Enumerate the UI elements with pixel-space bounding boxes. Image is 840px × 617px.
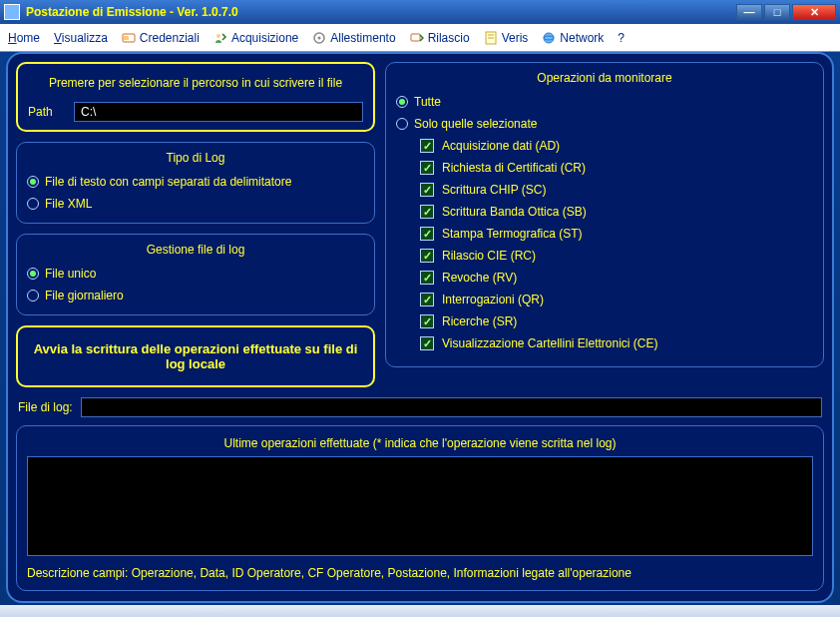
acquisition-icon [213,31,227,45]
file-log-input[interactable] [81,397,822,417]
monitor-check-2[interactable]: Scrittura CHIP (SC) [396,179,813,201]
monitor-check-8[interactable]: Ricerche (SR) [396,310,813,332]
last-ops-list[interactable] [27,456,813,556]
monitor-check-1[interactable]: Richiesta di Certificati (CR) [396,157,813,179]
titlebar: Postazione di Emissione - Ver. 1.0.7.0 ―… [0,0,840,24]
menu-home[interactable]: Home [8,31,40,45]
monitor-title: Operazioni da monitorare [396,71,813,85]
radio-log-xml[interactable]: File XML [27,193,364,215]
monitor-check-7[interactable]: Interrogazioni (QR) [396,289,813,310]
radio-file-daily[interactable]: File giornaliero [27,285,364,307]
radio-label: File unico [45,267,96,281]
checkbox-icon [420,139,434,153]
checkbox-icon [420,205,434,219]
statusbar [0,605,840,617]
checkbox-label: Acquisizione dati (AD) [442,139,560,153]
path-input[interactable] [74,102,363,122]
app-window: Postazione di Emissione - Ver. 1.0.7.0 ―… [0,0,840,617]
log-mgmt-title: Gestione file di log [27,243,364,257]
menu-acquisizione[interactable]: Acquisizione [213,31,298,45]
minimize-button[interactable]: ― [736,4,762,20]
checkbox-icon [420,293,434,307]
menubar: Home Visualizza Credenziali Acquisizione… [0,24,840,52]
svg-rect-5 [411,34,420,41]
monitor-check-3[interactable]: Scrittura Banda Ottica (SB) [396,201,813,223]
checkbox-icon [420,271,434,285]
window-title: Postazione di Emissione - Ver. 1.0.7.0 [26,5,238,19]
file-log-row: File di log: [18,397,822,417]
svg-point-2 [216,34,220,38]
checkbox-label: Revoche (RV) [442,271,517,285]
close-button[interactable]: ✕ [792,4,836,20]
menu-credenziali[interactable]: Credenziali [122,31,200,45]
checkbox-icon [420,249,434,263]
svg-rect-1 [124,36,129,40]
checkbox-icon [420,314,434,328]
veris-icon [484,31,498,45]
menu-veris[interactable]: Veris [484,31,529,45]
checkbox-label: Scrittura Banda Ottica (SB) [442,205,587,219]
svg-point-9 [544,33,554,43]
radio-label: File giornaliero [45,289,124,303]
checkbox-label: Scrittura CHIP (SC) [442,183,546,197]
file-log-label: File di log: [18,400,73,414]
checkbox-icon [420,183,434,197]
monitor-check-6[interactable]: Revoche (RV) [396,267,813,289]
menu-network[interactable]: Network [542,31,604,45]
radio-label: Tutte [414,95,441,109]
menu-visualizza[interactable]: Visualizza [54,31,108,45]
menu-allestimento[interactable]: Allestimento [312,31,395,45]
menu-help[interactable]: ? [618,31,625,45]
maximize-button[interactable]: □ [764,4,790,20]
checkbox-icon [420,161,434,175]
client-area: Premere per selezionare il percorso in c… [6,52,834,603]
log-mgmt-panel: Gestione file di log File unico File gio… [16,234,375,315]
radio-icon [396,96,408,108]
radio-icon [27,268,39,280]
path-label: Path [28,105,66,119]
radio-icon [27,198,39,210]
checkbox-icon [420,227,434,241]
radio-label: File di testo con campi separati da deli… [45,175,291,189]
monitor-check-4[interactable]: Stampa Termografica (ST) [396,223,813,245]
log-type-panel: Tipo di Log File di testo con campi sepa… [16,142,375,224]
release-icon [410,31,424,45]
radio-icon [27,290,39,302]
select-path-button[interactable]: Premere per selezionare il percorso in c… [28,72,363,94]
network-icon [542,31,556,45]
checkbox-label: Richiesta di Certificati (CR) [442,161,586,175]
checkbox-icon [420,336,434,350]
radio-log-delimited[interactable]: File di testo con campi separati da deli… [27,171,364,193]
radio-file-single[interactable]: File unico [27,263,364,285]
start-logging-button[interactable]: Avvia la scrittura delle operazioni effe… [16,325,375,387]
monitor-panel: Operazioni da monitorare Tutte Solo quel… [385,62,824,367]
checkbox-label: Interrogazioni (QR) [442,293,544,307]
monitor-check-9[interactable]: Visualizzazione Cartellini Elettronici (… [396,332,813,354]
credentials-icon [122,31,136,45]
checkbox-label: Stampa Termografica (ST) [442,227,583,241]
monitor-check-5[interactable]: Rilascio CIE (RC) [396,245,813,267]
path-panel: Premere per selezionare il percorso in c… [16,62,375,132]
last-ops-panel: Ultime operazioni effettuate (* indica c… [16,425,824,591]
monitor-check-0[interactable]: Acquisizione dati (AD) [396,135,813,157]
radio-label: File XML [45,197,92,211]
fields-description: Descrizione campi: Operazione, Data, ID … [27,566,813,580]
menu-rilascio[interactable]: Rilascio [410,31,470,45]
app-icon [4,4,20,20]
last-ops-title: Ultime operazioni effettuate (* indica c… [27,436,813,450]
checkbox-label: Visualizzazione Cartellini Elettronici (… [442,336,658,350]
log-type-title: Tipo di Log [27,151,364,165]
checkbox-label: Rilascio CIE (RC) [442,249,536,263]
radio-label: Solo quelle selezionate [414,117,537,131]
setup-icon [312,31,326,45]
radio-monitor-selected[interactable]: Solo quelle selezionate [396,113,813,135]
radio-monitor-all[interactable]: Tutte [396,91,813,113]
checkbox-label: Ricerche (SR) [442,314,517,328]
radio-icon [27,176,39,188]
radio-icon [396,118,408,130]
svg-point-4 [318,36,321,39]
